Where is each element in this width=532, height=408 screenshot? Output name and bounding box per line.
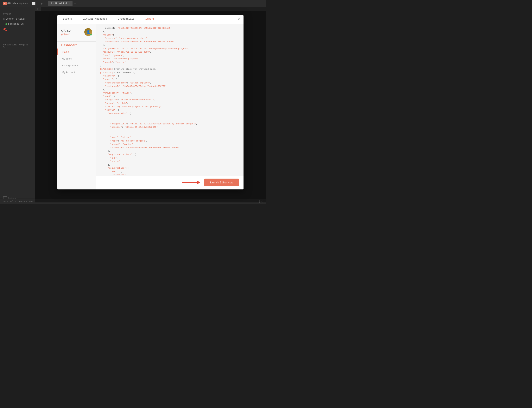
modal-footer: Launch Editor Now bbox=[96, 175, 244, 189]
log-line: "originalUrl": "http://52.52.10.103:3000… bbox=[100, 47, 240, 51]
modal-content-area: commitId: "9ca0e57ff9c3971d7a4e85bdaa612… bbox=[96, 24, 244, 189]
untitled-tab[interactable]: Untitled.txt × bbox=[48, 1, 72, 6]
log-line: "content": "# My Awesome Project", bbox=[100, 37, 240, 40]
modal-close-button[interactable]: × bbox=[235, 16, 243, 23]
sidebar-item-gokmens-stack[interactable]: Gokmen's Stack bbox=[0, 17, 35, 22]
log-line: "baseUrl": "http://52.52.10.103:3000", ← bbox=[100, 126, 240, 136]
log-line: "user": "gokmen", bbox=[100, 54, 240, 58]
brand-name: Gitlab bbox=[7, 2, 16, 5]
modal-subname: gokmen bbox=[61, 33, 71, 35]
modal-nav-my-team[interactable]: My Team bbox=[57, 55, 96, 62]
log-line: "branch": "master", bbox=[100, 143, 240, 146]
log-line: "readme": { bbox=[100, 33, 240, 37]
log-line: "branch": "master" bbox=[100, 61, 240, 64]
avatar-online-badge bbox=[90, 34, 92, 36]
log-line: } bbox=[100, 64, 240, 68]
sidebar-item-awesome-project[interactable]: My-Awesome-Project St... bbox=[0, 42, 35, 50]
brand-arrow: ▾ bbox=[16, 2, 18, 5]
brand-user: @gokmen bbox=[19, 2, 27, 5]
gitlab-icon: G bbox=[3, 2, 7, 5]
log-area: commitId: "9ca0e57ff9c3971d7a4e85bdaa612… bbox=[96, 24, 244, 175]
log-line: "baseUrl": "http://52.52.10.103:3000", bbox=[100, 51, 240, 54]
settings-button[interactable]: ⚙ bbox=[38, 1, 45, 6]
log-line: "group": "gitlab", bbox=[100, 102, 240, 105]
modal-sidebar: gitlab gokmen 👤 Dashboard Stacks bbox=[57, 24, 96, 189]
vm1-label: personal-vm bbox=[8, 23, 24, 26]
log-timestamp-2: [17:02:28] Stack created: { bbox=[100, 71, 240, 75]
tab-bar: Untitled.txt × + bbox=[48, 1, 77, 6]
sidebar: STACKS Gokmen's Stack personal-vm My-Awe… bbox=[0, 11, 35, 203]
log-line: "config": { bbox=[100, 109, 240, 112]
modal-header: Stacks Virtual Machines Credentials Impo… bbox=[57, 15, 244, 24]
stack1-label: Gokmen's Stack bbox=[6, 18, 25, 20]
log-line: "requiredProviders": [ bbox=[100, 153, 240, 156]
stacks-section-label: STACKS bbox=[0, 11, 35, 17]
log-line: "instanceId": "9a0e89c379c76c1ea47ec6aeb… bbox=[100, 85, 240, 88]
log-line: "koding" bbox=[100, 160, 240, 163]
modal-user-row: gitlab gokmen 👤 bbox=[61, 28, 92, 37]
log-line: "aws", bbox=[100, 156, 240, 160]
modal-nav-koding-utilities[interactable]: Koding Utilities bbox=[57, 62, 96, 69]
log-line: ], bbox=[100, 163, 240, 167]
new-tab-button[interactable]: + bbox=[73, 2, 78, 5]
tab-import[interactable]: Import bbox=[140, 15, 160, 24]
log-line: "originalUrl": "http://52.52.10.103:3000… bbox=[100, 122, 240, 126]
line-number: 1 bbox=[35, 7, 41, 11]
main-layout: STACKS Gokmen's Stack personal-vm My-Awe… bbox=[0, 11, 266, 203]
modal-overlay: Stacks Virtual Machines Credentials Impo… bbox=[35, 11, 266, 203]
log-line: "constructorName": "JStackTemplate", bbox=[100, 81, 240, 85]
modal-nav-my-account[interactable]: My Account bbox=[57, 69, 96, 76]
log-line: }, bbox=[100, 88, 240, 92]
log-line: "newListener": "false", bbox=[100, 91, 240, 95]
log-line: "commitId": "9ca0e57ff9c3971d7a4e85bdaa6… bbox=[100, 146, 240, 150]
modal-nav-stacks[interactable]: Stacks bbox=[57, 49, 96, 55]
log-line: "requiredData": { bbox=[100, 167, 240, 170]
dashboard-label: Dashboard bbox=[57, 43, 96, 49]
dot-empty-icon bbox=[3, 18, 5, 20]
log-line: "user": "gokmen", bbox=[100, 136, 240, 139]
log-line: "watchers": {}, bbox=[100, 74, 240, 78]
stack2-label: My-Awesome-Project St... bbox=[3, 43, 32, 49]
launch-editor-button[interactable]: Launch Editor Now bbox=[204, 178, 239, 186]
log-line: "remoteDetails": { bbox=[100, 112, 240, 122]
tab-virtual-machines[interactable]: Virtual Machines bbox=[77, 15, 113, 24]
dot-green-icon bbox=[5, 23, 7, 25]
modal: Stacks Virtual Machines Credentials Impo… bbox=[57, 15, 244, 189]
log-line: "repo": "my-awesome-project", bbox=[100, 57, 240, 61]
file-explorer-button[interactable]: ⬜ bbox=[31, 1, 37, 6]
tab-label: Untitled.txt bbox=[50, 2, 67, 5]
log-line: commitId: "9ca0e57ff9c3971d7a4e85bdaa612… bbox=[100, 26, 240, 30]
tab-stacks[interactable]: Stacks bbox=[57, 15, 77, 24]
log-line: }, bbox=[100, 44, 240, 47]
editor-gutter: 1 bbox=[0, 7, 266, 11]
modal-tabs: Stacks Virtual Machines Credentials Impo… bbox=[57, 15, 234, 24]
sidebar-arrow-up bbox=[0, 26, 35, 42]
log-line: "originId": "57a361d95911b638b329620f", bbox=[100, 98, 240, 102]
log-line: "user": [ bbox=[100, 170, 240, 174]
brand: G Gitlab ▾ @gokmen bbox=[1, 2, 29, 5]
log-timestamp-1: [17:02:28] Creating stack for provided d… bbox=[100, 68, 240, 71]
log-line: "commitId": "9ca0e57ff9c3971d7a4e85bdaa6… bbox=[100, 40, 240, 44]
modal-username: gitlab bbox=[61, 28, 71, 33]
log-line: "username" bbox=[100, 174, 240, 175]
modal-user-section: gitlab gokmen 👤 bbox=[57, 28, 96, 42]
avatar: 👤 bbox=[84, 28, 92, 36]
log-line: }, bbox=[100, 30, 240, 34]
sidebar-item-personal-vm[interactable]: personal-vm bbox=[0, 22, 35, 26]
editor-area: Stacks Virtual Machines Credentials Impo… bbox=[35, 11, 266, 203]
log-line: "title": "my-awesome-project Stack (mast… bbox=[100, 105, 240, 109]
arrow-to-button bbox=[182, 179, 201, 185]
modal-body: gitlab gokmen 👤 Dashboard Stacks bbox=[57, 24, 244, 189]
log-line: }, bbox=[100, 149, 240, 153]
log-line: "repo": "my-awesome-project", bbox=[100, 139, 240, 143]
top-bar: G Gitlab ▾ @gokmen ⬜ ⚙ Untitled.txt × + bbox=[0, 0, 266, 7]
tab-close-icon[interactable]: × bbox=[68, 2, 70, 5]
tab-credentials[interactable]: Credentials bbox=[113, 15, 140, 24]
log-line: "_conf": { bbox=[100, 95, 240, 98]
terminal-label: Terminal on personal-vm bbox=[3, 200, 33, 203]
log-line: "bongo_": { bbox=[100, 78, 240, 81]
